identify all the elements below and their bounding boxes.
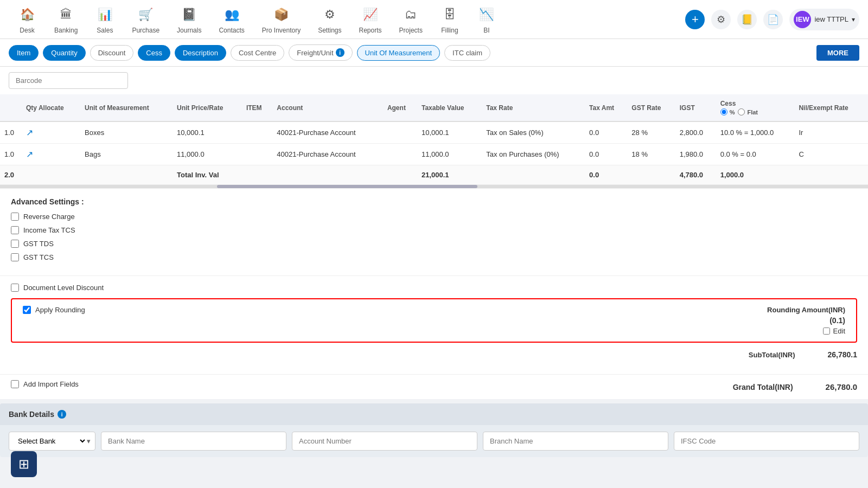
row2-account: 40021-Purchase Account xyxy=(272,144,383,165)
subtotal-row: SubTotal(INR) 26,780.1 xyxy=(11,347,857,362)
nav-item-contacts[interactable]: 👥 Contacts xyxy=(210,1,253,38)
advanced-settings-title: Advanced Settings : xyxy=(11,197,857,206)
tab-freight-unit[interactable]: Freight/Unit i xyxy=(289,44,352,61)
cess-percent-option[interactable]: % xyxy=(720,108,735,115)
select-bank-dropdown[interactable]: Select Bank xyxy=(9,432,87,450)
grand-total-value: 26,780.0 xyxy=(826,382,857,391)
line-items-table-wrapper: Qty Allocate Unit of Measurement Unit Pr… xyxy=(0,94,868,188)
filling-icon: 🗄 xyxy=(440,5,459,24)
chevron-down-icon: ▾ xyxy=(852,16,855,23)
ifsc-code-input[interactable] xyxy=(674,432,859,451)
barcode-input[interactable] xyxy=(9,72,128,89)
total-gst-rate xyxy=(627,165,675,185)
branch-name-input[interactable] xyxy=(483,432,668,451)
gst-tds-checkbox[interactable] xyxy=(11,240,19,248)
col-header-item: ITEM xyxy=(242,94,272,121)
row2-tax-rate: Tax on Purchases (0%) xyxy=(482,144,585,165)
nav-item-purchase[interactable]: 🛒 Purchase xyxy=(123,1,168,38)
rounding-box: Apply Rounding Rounding Amount(INR) (0.1… xyxy=(11,298,857,343)
apply-rounding-row: Apply Rounding xyxy=(23,306,85,314)
settings-icon: ⚙ xyxy=(320,5,340,24)
purchase-icon: 🛒 xyxy=(136,5,156,24)
row1-unit-price: 10,000.1 xyxy=(173,121,242,144)
nav-item-bi[interactable]: 📉 BI xyxy=(468,1,505,38)
total-cess: 1,000.0 xyxy=(716,165,795,185)
tab-item[interactable]: Item xyxy=(9,45,39,61)
bank-details-title: Bank Details xyxy=(9,410,54,419)
row2-gst-rate: 18 % xyxy=(627,144,675,165)
nav-item-projects[interactable]: 🗂 Projects xyxy=(391,1,431,38)
col-header-agent: Agent xyxy=(383,94,417,121)
subtotal-label: SubTotal(INR) xyxy=(749,351,795,359)
apply-rounding-checkbox[interactable] xyxy=(23,306,31,314)
total-agent xyxy=(383,165,417,185)
tab-cess[interactable]: Cess xyxy=(138,45,170,61)
add-import-fields-checkbox[interactable] xyxy=(11,380,19,388)
total-tax-amt: 0.0 xyxy=(585,165,627,185)
col-header-nil-exempt: Nil/Exempt Rate xyxy=(794,94,868,121)
floating-menu-button[interactable]: ⊞ xyxy=(11,451,37,457)
tab-unit-of-measurement[interactable]: Unit Of Measurement xyxy=(357,45,441,61)
row1-igst: 2,800.0 xyxy=(675,121,716,144)
nav-item-sales[interactable]: 📊 Sales xyxy=(86,1,123,38)
tab-cost-centre[interactable]: Cost Centre xyxy=(231,45,284,61)
income-tax-tcs-row: Income Tax TCS xyxy=(11,226,857,234)
income-tax-tcs-checkbox[interactable] xyxy=(11,226,19,234)
add-button[interactable]: + xyxy=(685,10,705,29)
row1-taxable-value: 10,000.1 xyxy=(417,121,482,144)
nav-item-pro-inventory[interactable]: 📦 Pro Inventory xyxy=(253,1,309,38)
cess-flat-option[interactable]: Flat xyxy=(738,108,758,115)
total-inv-val: Total Inv. Val xyxy=(173,165,242,185)
col-header-qty-allocate: Qty Allocate xyxy=(22,94,80,121)
bank-name-input[interactable] xyxy=(101,432,286,451)
col-header-tax-amt: Tax Amt xyxy=(585,94,627,121)
tab-quantity[interactable]: Quantity xyxy=(43,45,85,61)
banking-icon: 🏛 xyxy=(56,5,76,24)
tab-description[interactable]: Description xyxy=(175,45,226,61)
line-items-table: Qty Allocate Unit of Measurement Unit Pr… xyxy=(0,94,868,185)
bank-details-info-icon[interactable]: i xyxy=(58,410,66,419)
row2-link[interactable]: ↗ xyxy=(22,144,80,165)
nav-item-journals[interactable]: 📓 Journals xyxy=(168,1,210,38)
row2-cess: 0.0 % = 0.0 xyxy=(716,144,795,165)
contacts-book-button[interactable]: 📒 xyxy=(737,10,757,29)
nav-item-desk[interactable]: 🏠 Desk xyxy=(9,1,46,38)
document-level-discount-row: Document Level Discount xyxy=(11,284,857,292)
nav-item-filling[interactable]: 🗄 Filling xyxy=(431,1,468,38)
total-nil-exempt xyxy=(794,165,868,185)
total-link-empty xyxy=(22,165,80,185)
total-uom-empty xyxy=(80,165,173,185)
account-number-input[interactable] xyxy=(292,432,477,451)
row1-gst-rate: 28 % xyxy=(627,121,675,144)
edit-rounding-label: Edit xyxy=(833,327,845,335)
total-taxable-value: 21,000.1 xyxy=(417,165,482,185)
nav-item-settings[interactable]: ⚙ Settings xyxy=(309,1,350,38)
row1-qty: 1.0 xyxy=(0,121,22,144)
nav-item-reports[interactable]: 📈 Reports xyxy=(350,1,391,38)
row1-link[interactable]: ↗ xyxy=(22,121,80,144)
more-button[interactable]: MORE xyxy=(816,45,859,61)
table-row: 1.0 ↗ Boxes 10,000.1 40021-Purchase Acco… xyxy=(0,121,868,144)
tab-discount[interactable]: Discount xyxy=(90,45,134,61)
contacts-icon: 👥 xyxy=(222,5,241,24)
settings-gear-button[interactable]: ⚙ xyxy=(711,10,731,29)
col-header-unit-price: Unit Price/Rate xyxy=(173,94,242,121)
rounding-amount-value: (0.1) xyxy=(767,316,845,325)
col-header-empty xyxy=(0,94,22,121)
gst-tcs-checkbox[interactable] xyxy=(11,253,19,261)
freight-info-icon[interactable]: i xyxy=(336,48,344,57)
top-navigation: 🏠 Desk 🏛 Banking 📊 Sales 🛒 Purchase 📓 Jo… xyxy=(0,0,868,39)
document-button[interactable]: 📄 xyxy=(763,10,783,29)
col-header-taxable-value: Taxable Value xyxy=(417,94,482,121)
document-level-discount-checkbox[interactable] xyxy=(11,284,19,292)
gst-tds-row: GST TDS xyxy=(11,240,857,248)
tab-itc-claim[interactable]: ITC claim xyxy=(444,45,490,61)
edit-rounding-checkbox[interactable] xyxy=(823,328,830,335)
reverse-charge-checkbox[interactable] xyxy=(11,213,19,221)
total-account xyxy=(272,165,383,185)
total-tax-rate xyxy=(482,165,585,185)
row1-uom: Boxes xyxy=(80,121,173,144)
user-menu[interactable]: IEW iew TTTPL ▾ xyxy=(789,9,859,30)
import-grand-section: Add Import Fields Grand Total(INR) 26,78… xyxy=(0,374,868,399)
nav-item-banking[interactable]: 🏛 Banking xyxy=(46,1,86,38)
